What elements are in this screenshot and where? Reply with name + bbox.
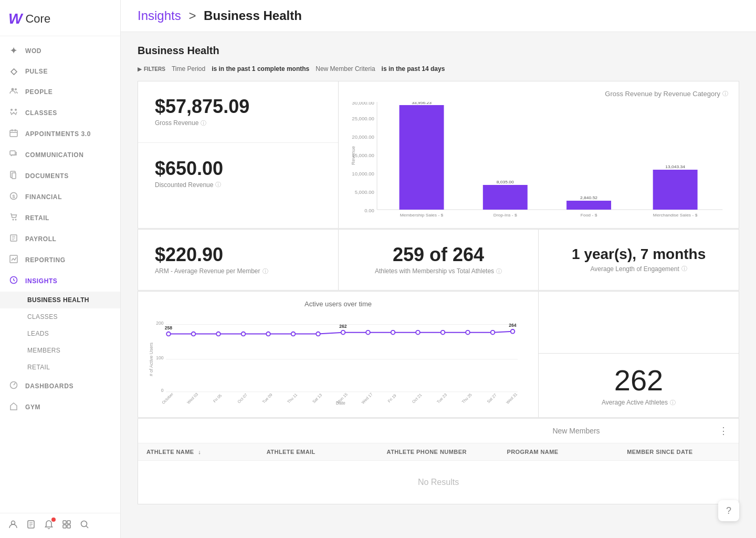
bar-dropins	[483, 185, 528, 210]
svg-text:Wed 03: Wed 03	[186, 391, 199, 405]
help-button[interactable]: ?	[718, 500, 739, 521]
svg-text:Tue 23: Tue 23	[436, 392, 448, 404]
svg-text:264: 264	[509, 323, 517, 328]
engagement-label: Average Length of Engagement ⓘ	[591, 265, 687, 273]
main-content: Insights > Business Health Business Heal…	[121, 0, 756, 538]
sidebar-item-classes[interactable]: CLASSES	[0, 102, 120, 123]
sidebar-item-label: PEOPLE	[25, 88, 52, 96]
svg-text:Oct 21: Oct 21	[411, 392, 423, 404]
page-header: Insights > Business Health	[121, 0, 756, 32]
time-period-value: is in the past 1 complete months	[212, 65, 309, 73]
sidebar-item-payroll[interactable]: PAYROLL	[0, 229, 120, 250]
athletes-info-icon[interactable]: ⓘ	[496, 267, 502, 275]
svg-text:October: October	[161, 391, 174, 405]
svg-text:Sat 13: Sat 13	[311, 392, 323, 404]
col-athlete-phone: Athlete Phone Number	[379, 443, 499, 460]
engagement-info-icon[interactable]: ⓘ	[681, 265, 687, 273]
docs-icon[interactable]	[26, 520, 36, 532]
sidebar-item-label: DASHBOARDS	[25, 382, 74, 390]
user-icon[interactable]	[8, 520, 18, 532]
svg-text:Fri 19: Fri 19	[387, 393, 397, 404]
svg-text:Date: Date	[336, 400, 345, 405]
svg-rect-5	[10, 151, 15, 155]
breadcrumb-current: Business Health	[204, 8, 302, 23]
sidebar-item-gym[interactable]: GYM	[0, 397, 120, 418]
table-menu-icon[interactable]: ⋮	[719, 425, 728, 437]
svg-text:0: 0	[161, 387, 164, 392]
filters-bar: ▶ FILTERS Time Period is in the past 1 c…	[138, 65, 739, 73]
svg-text:0.00: 0.00	[364, 208, 374, 213]
svg-text:200: 200	[156, 320, 164, 325]
line-dot	[491, 330, 495, 334]
svg-point-1	[15, 88, 17, 90]
sidebar-item-insights[interactable]: INSIGHTS	[0, 271, 120, 292]
insights-submenu: BUSINESS HEALTH CLASSES LEADS MEMBERS RE…	[0, 292, 120, 376]
bell-icon[interactable]	[44, 520, 54, 532]
sidebar-item-label: COMMUNICATION	[25, 151, 84, 159]
svg-point-22	[81, 521, 87, 527]
sidebar-item-people[interactable]: PEOPLE	[0, 81, 120, 102]
grid-icon[interactable]	[62, 520, 71, 532]
svg-text:100: 100	[156, 355, 164, 360]
filter-arrow: ▶	[138, 66, 142, 72]
discounted-revenue-card: $650.00 Discounted Revenue ⓘ	[138, 143, 338, 204]
wod-icon: ✦	[8, 46, 19, 56]
svg-text:Wed 17: Wed 17	[361, 391, 374, 405]
line-dot	[216, 332, 220, 336]
line-chart-card: Active users over time 200 100 0 # of Ac…	[138, 292, 538, 417]
sidebar-item-pulse[interactable]: ◇ PULSE	[0, 61, 120, 81]
sidebar-item-wod[interactable]: ✦ WOD	[0, 40, 120, 61]
sidebar-item-appointments[interactable]: APPOINTMENTS 3.0	[0, 123, 120, 144]
table-columns: Athlete Name ↓ Athlete Email Athlete Pho…	[138, 443, 739, 461]
sidebar-item-financial[interactable]: $ FINANCIAL	[0, 187, 120, 208]
sidebar: W Core ✦ WOD ◇ PULSE PEOPLE CLASSES	[0, 0, 121, 538]
submenu-members[interactable]: MEMBERS	[0, 342, 120, 359]
bar-chart-title: Gross Revenue by Revenue Category ⓘ	[349, 90, 728, 98]
avg-athletes-info-icon[interactable]: ⓘ	[670, 399, 676, 407]
arm-info-icon[interactable]: ⓘ	[262, 267, 268, 275]
revenue-left: $57,875.09 Gross Revenue ⓘ $650.00 Disco…	[138, 81, 338, 228]
sidebar-item-label: RETAIL	[25, 214, 49, 222]
svg-text:10,000.00: 10,000.00	[352, 171, 374, 177]
col-program-name: Program Name	[498, 443, 618, 460]
search-icon[interactable]	[80, 520, 89, 532]
breadcrumb-insights[interactable]: Insights	[138, 8, 181, 23]
submenu-business-health[interactable]: BUSINESS HEALTH	[0, 292, 120, 308]
sidebar-item-reporting[interactable]: REPORTING	[0, 250, 120, 271]
svg-rect-19	[67, 521, 70, 524]
arm-card: $220.90 ARM - Average Revenue per Member…	[138, 230, 338, 290]
gross-revenue-value: $57,875.09	[155, 96, 249, 117]
sidebar-item-retail[interactable]: RETAIL	[0, 208, 120, 229]
dashboards-icon	[8, 381, 19, 391]
svg-text:Membership Sales - $: Membership Sales - $	[400, 213, 444, 218]
svg-text:Wed 31: Wed 31	[505, 391, 518, 405]
sidebar-item-communication[interactable]: COMMUNICATION	[0, 144, 120, 165]
gross-revenue-info-icon[interactable]: ⓘ	[201, 119, 206, 127]
sidebar-item-documents[interactable]: DOCUMENTS	[0, 165, 120, 187]
new-member-value: is in the past 14 days	[382, 65, 445, 73]
payroll-icon	[8, 234, 19, 244]
no-results-message: No Results	[138, 461, 739, 504]
revenue-row: $57,875.09 Gross Revenue ⓘ $650.00 Disco…	[138, 81, 739, 229]
discounted-revenue-info-icon[interactable]: ⓘ	[215, 181, 221, 189]
svg-text:262: 262	[339, 324, 347, 329]
col-athlete-email: Athlete Email	[258, 443, 379, 460]
sidebar-item-dashboards[interactable]: DASHBOARDS	[0, 376, 120, 397]
svg-point-3	[15, 109, 17, 111]
svg-text:2,840.52: 2,840.52	[580, 195, 597, 200]
submenu-classes[interactable]: CLASSES	[0, 308, 120, 325]
svg-point-15	[10, 382, 17, 389]
notification-badge	[51, 518, 56, 522]
time-period-prefix: Time Period	[172, 65, 205, 73]
svg-text:33,956.23: 33,956.23	[412, 102, 432, 105]
sidebar-item-label: FINANCIAL	[25, 193, 62, 201]
filters-button[interactable]: ▶ FILTERS	[138, 66, 165, 72]
line-dot	[242, 332, 246, 336]
submenu-leads[interactable]: LEADS	[0, 325, 120, 342]
page-title: Business Health	[138, 45, 739, 57]
sort-icon[interactable]: ↓	[198, 449, 201, 455]
submenu-retail[interactable]: RETAIL	[0, 359, 120, 376]
retail-icon	[8, 213, 19, 223]
sidebar-item-label: REPORTING	[25, 256, 66, 264]
bar-chart-info-icon[interactable]: ⓘ	[722, 90, 728, 98]
